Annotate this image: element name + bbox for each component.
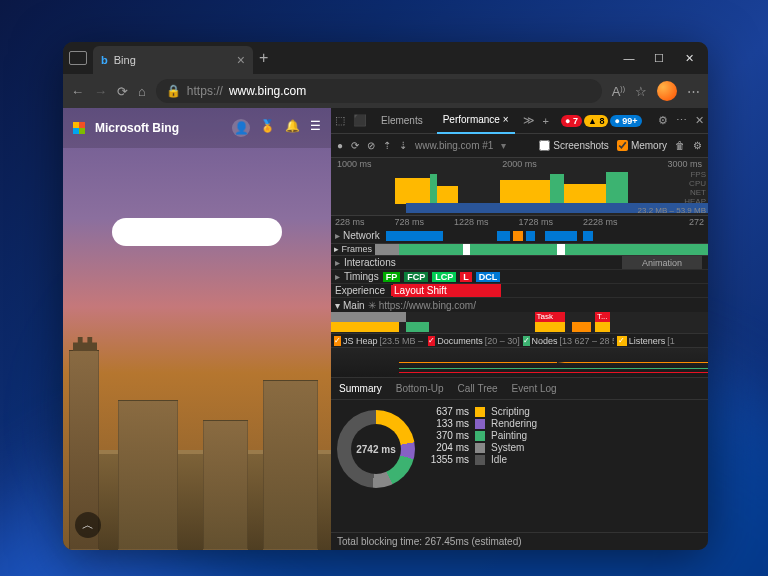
back-button[interactable]: ← <box>71 84 84 99</box>
summary-legend: 637 msScripting133 msRendering370 msPain… <box>425 406 537 526</box>
load-icon[interactable]: ⇡ <box>383 140 391 151</box>
titlebar: b Bing × + — ☐ ✕ <box>63 42 708 74</box>
gc-icon[interactable]: 🗑 <box>675 140 685 151</box>
animation-label: Animation <box>622 256 702 269</box>
devtools-panel: ⬚ ⬛ Elements Performance × ≫ + ● 7 ▲ 8 ●… <box>331 108 708 550</box>
expand-up-icon[interactable]: ︿ <box>75 512 101 538</box>
summary-panel: 2742 ms 637 msScripting133 msRendering37… <box>331 400 708 532</box>
memory-checkbox[interactable]: Memory <box>617 140 667 151</box>
bing-favicon-icon: b <box>101 54 108 66</box>
forward-button[interactable]: → <box>94 84 107 99</box>
settings-icon[interactable]: ⚙ <box>658 114 668 127</box>
js-heap-counter[interactable]: ✓JS Heap[23.5 MB – 53.9 MB] <box>331 334 425 347</box>
summary-donut-chart: 2742 ms <box>337 410 415 488</box>
dock-icon[interactable]: ⋯ <box>676 114 687 127</box>
home-button[interactable]: ⌂ <box>138 84 146 99</box>
legend-item: 204 msSystem <box>425 442 537 453</box>
hero-image <box>63 290 331 550</box>
summary-tabs: Summary Bottom-Up Call Tree Event Log <box>331 378 708 400</box>
close-window-button[interactable]: ✕ <box>682 52 696 65</box>
browser-tab[interactable]: b Bing × <box>93 46 253 74</box>
devtools-tabs: ⬚ ⬛ Elements Performance × ≫ + ● 7 ▲ 8 ●… <box>331 108 708 134</box>
lock-icon: 🔒 <box>166 84 181 98</box>
memory-counters: ✓JS Heap[23.5 MB – 53.9 MB] ✓Documents[2… <box>331 334 708 348</box>
bing-logo: Microsoft Bing <box>95 121 179 135</box>
search-input[interactable] <box>112 218 282 246</box>
listeners-counter[interactable]: ✓Listeners[1 <box>614 334 708 347</box>
device-icon[interactable]: ⬛ <box>353 114 367 127</box>
interactions-track[interactable]: ▸Interactions Animation <box>331 256 708 270</box>
favorite-icon[interactable]: ☆ <box>635 84 647 99</box>
experience-track[interactable]: Experience Layout Shift <box>331 284 708 298</box>
heap-range: 23.2 MB – 53.9 MB <box>638 206 706 215</box>
maximize-button[interactable]: ☐ <box>652 52 666 65</box>
close-tab-icon[interactable]: × <box>237 52 245 68</box>
tab-event-log[interactable]: Event Log <box>512 383 557 394</box>
refresh-button[interactable]: ⟳ <box>117 84 128 99</box>
legend-item: 1355 msIdle <box>425 454 537 465</box>
page-content: Microsoft Bing 👤 🏅 🔔 ☰ ︿ <box>63 108 331 550</box>
legend-item: 133 msRendering <box>425 418 537 429</box>
time-tick: 2000 ms <box>502 159 537 169</box>
tabs-overview-icon[interactable] <box>69 51 87 65</box>
profile-avatar[interactable] <box>657 81 677 101</box>
url-host: www.bing.com <box>229 84 306 98</box>
inspect-icon[interactable]: ⬚ <box>335 114 345 127</box>
recording-target[interactable]: www.bing.com #1 <box>415 140 493 151</box>
tab-call-tree[interactable]: Call Tree <box>458 383 498 394</box>
devtools-close-icon[interactable]: ✕ <box>695 114 704 127</box>
timings-track[interactable]: ▸Timings FP FCP LCP L DCL <box>331 270 708 284</box>
bing-header: Microsoft Bing 👤 🏅 🔔 ☰ <box>63 108 331 148</box>
tab-summary[interactable]: Summary <box>339 383 382 394</box>
minimize-button[interactable]: — <box>622 52 636 65</box>
browser-window: b Bing × + — ☐ ✕ ← → ⟳ ⌂ 🔒 https://www.b… <box>63 42 708 550</box>
warnings-badge[interactable]: ▲ 8 <box>584 115 608 127</box>
nodes-counter[interactable]: ✓Nodes[13 627 – 28 589] <box>520 334 614 347</box>
microsoft-logo-icon <box>73 122 85 134</box>
time-tick: 1000 ms <box>337 159 372 169</box>
screenshots-checkbox[interactable]: Screenshots <box>539 140 609 151</box>
time-ruler: 228 ms728 ms1228 ms1728 ms2228 ms272 <box>331 216 708 228</box>
account-icon[interactable]: 👤 <box>232 119 250 137</box>
frames-track[interactable]: ▸ Frames <box>331 244 708 256</box>
overview-labels: FPSCPUNETHEAP <box>684 170 706 206</box>
legend-item: 370 msPainting <box>425 430 537 441</box>
errors-badge[interactable]: ● 7 <box>561 115 582 127</box>
more-tabs-icon[interactable]: ≫ <box>523 114 535 127</box>
overview-timeline[interactable]: 1000 ms 2000 ms 3000 ms FPSCPUNETHEAP <box>331 158 708 216</box>
save-icon[interactable]: ⇣ <box>399 140 407 151</box>
documents-counter[interactable]: ✓Documents[20 – 30] <box>425 334 519 347</box>
rewards-icon[interactable]: 🏅 <box>260 119 275 137</box>
more-icon[interactable]: ⋯ <box>687 84 700 99</box>
clear-icon[interactable]: ⊘ <box>367 140 375 151</box>
url-prefix: https:// <box>187 84 223 98</box>
info-badge[interactable]: ● 99+ <box>610 115 641 127</box>
memory-graph[interactable] <box>331 348 708 378</box>
time-tick: 3000 ms <box>667 159 702 169</box>
add-tab-icon[interactable]: + <box>543 115 549 127</box>
network-track[interactable]: ▸Network <box>331 228 708 244</box>
recording-toolbar: ● ⟳ ⊘ ⇡ ⇣ www.bing.com #1 ▾ Screenshots … <box>331 134 708 158</box>
reload-record-icon[interactable]: ⟳ <box>351 140 359 151</box>
notifications-icon[interactable]: 🔔 <box>285 119 300 137</box>
url-input[interactable]: 🔒 https://www.bing.com <box>156 79 602 103</box>
tab-performance[interactable]: Performance × <box>437 108 515 134</box>
address-bar: ← → ⟳ ⌂ 🔒 https://www.bing.com A)) ☆ ⋯ <box>63 74 708 108</box>
capture-settings-icon[interactable]: ⚙ <box>693 140 702 151</box>
tab-title: Bing <box>114 54 136 66</box>
main-flame[interactable]: Task T... <box>331 312 708 334</box>
tab-elements[interactable]: Elements <box>375 108 429 134</box>
blocking-time: Total blocking time: 267.45ms (estimated… <box>331 532 708 550</box>
read-aloud-icon[interactable]: A)) <box>612 84 625 99</box>
legend-item: 637 msScripting <box>425 406 537 417</box>
record-icon[interactable]: ● <box>337 140 343 151</box>
new-tab-button[interactable]: + <box>259 49 268 67</box>
hamburger-icon[interactable]: ☰ <box>310 119 321 137</box>
main-track-header[interactable]: ▾Main ✳ https://www.bing.com/ <box>331 298 708 312</box>
tab-bottom-up[interactable]: Bottom-Up <box>396 383 444 394</box>
